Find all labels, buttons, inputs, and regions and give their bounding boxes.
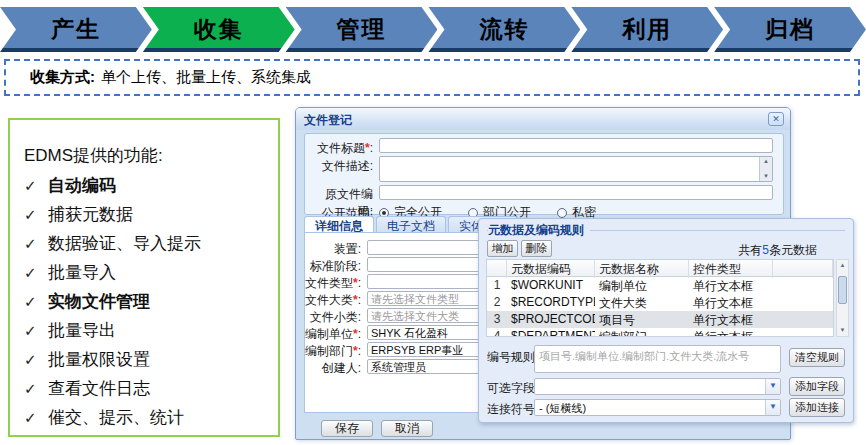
dialog-titlebar[interactable]: 文件登记 ✕ xyxy=(296,108,790,130)
clear-rule-button[interactable]: 清空规则 xyxy=(789,348,845,367)
process-step-label: 管理 xyxy=(337,14,387,45)
field-label-colon: : xyxy=(358,242,361,256)
process-banner: 产生收集管理流转利用归档 xyxy=(0,7,866,52)
table-scrollbar[interactable]: ▲ ▼ xyxy=(836,259,849,337)
process-step-label: 收集 xyxy=(194,14,244,45)
process-step-5: 利用 xyxy=(571,7,723,52)
row-number: 3 xyxy=(487,311,507,328)
feature-text: 批量导出 xyxy=(48,319,116,342)
process-step-6: 归档 xyxy=(714,7,866,52)
field-control xyxy=(379,185,773,201)
control-type: 单行文本框 xyxy=(689,311,773,328)
field-label-text: 编制单位 xyxy=(305,327,353,341)
metadata-row[interactable]: 1$WORKUNIT编制单位单行文本框 xyxy=(487,277,833,294)
field-label-colon: : xyxy=(358,293,361,307)
blank-cell xyxy=(773,277,833,294)
scroll-up-icon[interactable]: ▲ xyxy=(760,157,772,166)
check-icon: ✓ xyxy=(24,409,48,427)
collect-method-text: 单个上传、批量上传、系统集成 xyxy=(101,68,311,87)
feature-item: ✓催交、提示、统计 xyxy=(24,406,274,435)
field-label-colon: : xyxy=(358,259,361,273)
field-label-text: 文件描述 xyxy=(322,159,370,173)
scroll-down-icon[interactable]: ▼ xyxy=(837,325,848,336)
rule-input[interactable]: 项目号.编制单位.编制部门.文件大类.流水号 xyxy=(534,345,781,373)
process-step-label: 归档 xyxy=(765,14,815,45)
feature-item: ✓捕获元数据 xyxy=(24,203,274,232)
scrollbar-thumb[interactable] xyxy=(838,276,847,304)
dialog-title: 文件登记 xyxy=(304,113,352,127)
scroll-down-icon[interactable]: ▼ xyxy=(760,172,772,181)
optional-field-label: 可选字段: xyxy=(487,380,538,397)
feature-text: 催交、提示、统计 xyxy=(48,406,184,429)
cancel-button[interactable]: 取消 xyxy=(381,420,433,437)
field-label-colon: : xyxy=(358,344,361,358)
description-textarea[interactable] xyxy=(379,156,773,182)
scroll-up-icon[interactable]: ▲ xyxy=(837,260,848,271)
slide-root: 产生收集管理流转利用归档 收集方式: 单个上传、批量上传、系统集成 EDMS提供… xyxy=(0,0,866,445)
field-control xyxy=(379,138,773,154)
tab-1[interactable]: 详细信息 xyxy=(304,216,374,233)
metadata-row[interactable]: 3$PROJECTCODE项目号单行文本框 xyxy=(487,311,833,328)
field-label-colon: : xyxy=(370,159,373,173)
tab-2[interactable]: 电子文档 xyxy=(376,216,446,233)
row-number: 4 xyxy=(487,328,507,337)
save-button[interactable]: 保存 xyxy=(321,420,373,437)
field-control: ▲▼ xyxy=(379,156,773,183)
blank-cell xyxy=(773,328,833,337)
delete-metadata-button[interactable]: 删除 xyxy=(521,240,552,257)
feature-item: ✓批量权限设置 xyxy=(24,348,274,377)
field-label-text: 文件标题 xyxy=(317,141,365,155)
grid-header-cell: 元数据名称 xyxy=(595,260,689,278)
feature-text: 查看文件日志 xyxy=(48,377,150,400)
feature-text: 数据验证、导入提示 xyxy=(48,232,201,255)
textarea-scrollbar[interactable]: ▲▼ xyxy=(759,157,772,181)
metadata-code: $DEPARTMENT xyxy=(507,328,595,337)
field-label-text: 文件类型 xyxy=(305,276,353,290)
feature-text: 自动编码 xyxy=(48,174,116,197)
optional-field-select[interactable]: ▼ xyxy=(534,378,781,395)
connector-select[interactable]: - (短横线) ▼ xyxy=(534,399,781,416)
field-label-text: 标准阶段 xyxy=(310,259,358,273)
metadata-count: 共有5条元数据 xyxy=(738,242,817,259)
field-label-colon: : xyxy=(358,310,361,324)
metadata-row[interactable]: 4$DEPARTMENT编制部门单行文本框 xyxy=(487,328,833,337)
process-step-label: 产生 xyxy=(51,14,101,45)
add-metadata-button[interactable]: 增加 xyxy=(487,240,518,257)
chevron-down-icon[interactable]: ▼ xyxy=(765,400,780,415)
radio-icon[interactable] xyxy=(557,208,567,218)
field-label: 创建人: xyxy=(305,358,361,377)
process-step-4: 流转 xyxy=(428,7,580,52)
field-label-colon: : xyxy=(358,276,361,290)
feature-item: ✓批量导入 xyxy=(24,261,274,290)
metadata-name: 文件大类 xyxy=(595,294,689,311)
feature-text: 批量导入 xyxy=(48,261,116,284)
close-icon[interactable]: ✕ xyxy=(768,112,784,126)
field-label-text: 装置 xyxy=(334,242,358,256)
grid-header-cell: 元数据编码 xyxy=(507,260,595,278)
field-label: 文件描述: xyxy=(311,157,373,175)
feature-item: ✓自动编码 xyxy=(24,174,274,203)
text-input[interactable] xyxy=(379,185,773,200)
metadata-table-body: 1$WORKUNIT编制单位单行文本框2$RECORDTYPE文件大类单行文本框… xyxy=(487,277,833,337)
check-icon: ✓ xyxy=(24,264,48,282)
add-connector-button[interactable]: 添加连接 xyxy=(789,398,845,417)
metadata-table: 元数据编码元数据名称控件类型 1$WORKUNIT编制单位单行文本框2$RECO… xyxy=(486,259,834,337)
feature-item: ✓数据验证、导入提示 xyxy=(24,232,274,261)
count-value: 5 xyxy=(762,243,769,257)
control-type: 单行文本框 xyxy=(689,328,773,337)
feature-item: ✓实物文件管理 xyxy=(24,290,274,319)
field-row: 文件标题*: xyxy=(311,138,777,155)
check-icon: ✓ xyxy=(24,235,48,253)
row-number: 1 xyxy=(487,277,507,294)
chevron-down-icon[interactable]: ▼ xyxy=(765,379,780,394)
grid-header-num xyxy=(487,260,507,278)
collect-method-label: 收集方式: xyxy=(30,68,95,87)
add-field-button[interactable]: 添加字段 xyxy=(789,377,845,396)
metadata-name: 编制部门 xyxy=(595,328,689,337)
metadata-row[interactable]: 2$RECORDTYPE文件大类单行文本框 xyxy=(487,294,833,311)
feature-text: 实物文件管理 xyxy=(48,290,150,313)
field-label: 文件标题*: xyxy=(311,139,373,157)
check-icon: ✓ xyxy=(24,380,48,398)
blank-cell xyxy=(773,311,833,328)
text-input[interactable] xyxy=(379,138,773,153)
